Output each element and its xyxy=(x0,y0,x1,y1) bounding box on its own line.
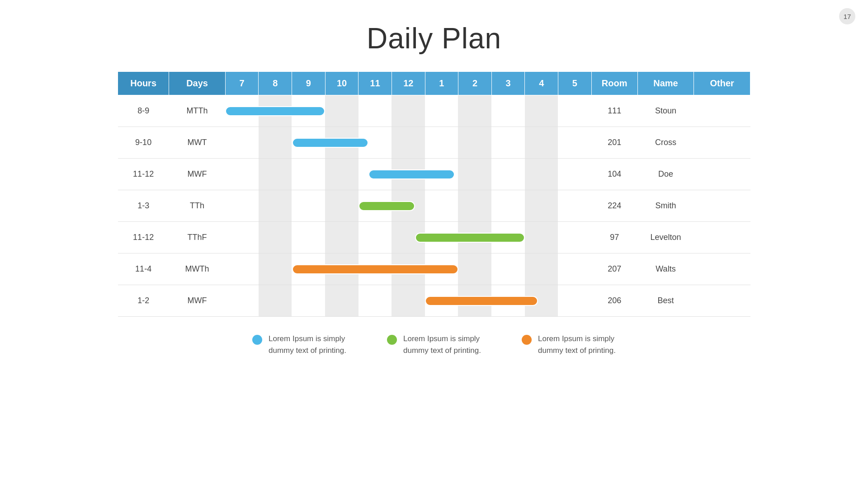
col-2-header: 2 xyxy=(458,72,492,95)
legend-dot-orange xyxy=(522,335,532,345)
bar-cell xyxy=(225,159,591,190)
col-12-header: 12 xyxy=(392,72,425,95)
col-10-header: 10 xyxy=(325,72,359,95)
hours-cell: 9-10 xyxy=(118,127,169,159)
legend-dot-blue xyxy=(252,335,262,345)
other-cell xyxy=(694,222,750,253)
days-cell: MWT xyxy=(169,127,226,159)
table-row: 8-9MTTh111Stoun xyxy=(118,95,750,127)
room-cell: 97 xyxy=(591,222,637,253)
days-cell: MWTh xyxy=(169,253,226,285)
bar-cell xyxy=(225,190,591,222)
table-row: 11-12TThF97Levelton xyxy=(118,222,750,253)
bar-cell xyxy=(225,253,591,285)
schedule-bar xyxy=(292,138,368,148)
col-3-header: 3 xyxy=(491,72,525,95)
name-cell: Stoun xyxy=(637,95,694,127)
name-cell: Doe xyxy=(637,159,694,190)
legend-dot-green xyxy=(387,335,397,345)
hours-cell: 11-12 xyxy=(118,159,169,190)
col-hours-header: Hours xyxy=(118,72,169,95)
name-cell: Levelton xyxy=(637,222,694,253)
table-row: 9-10MWT201Cross xyxy=(118,127,750,159)
legend-text-blue: Lorem Ipsum is simply dummy text of prin… xyxy=(269,333,346,356)
col-4-header: 4 xyxy=(525,72,558,95)
days-cell: TTh xyxy=(169,190,226,222)
legend-text-orange: Lorem Ipsum is simply dummy text of prin… xyxy=(538,333,616,356)
schedule-bar xyxy=(368,169,455,179)
table-row: 1-3TTh224Smith xyxy=(118,190,750,222)
legend-item-orange: Lorem Ipsum is simply dummy text of prin… xyxy=(522,333,616,356)
bar-cell xyxy=(225,222,591,253)
other-cell xyxy=(694,285,750,317)
days-cell: MWF xyxy=(169,159,226,190)
col-days-header: Days xyxy=(169,72,226,95)
other-cell xyxy=(694,159,750,190)
name-cell: Smith xyxy=(637,190,694,222)
room-cell: 104 xyxy=(591,159,637,190)
page-title: Daily Plan xyxy=(0,22,868,55)
col-room-header: Room xyxy=(591,72,637,95)
bar-cell xyxy=(225,127,591,159)
legend-item-blue: Lorem Ipsum is simply dummy text of prin… xyxy=(252,333,346,356)
hours-cell: 1-2 xyxy=(118,285,169,317)
col-5-header: 5 xyxy=(558,72,592,95)
col-7-header: 7 xyxy=(225,72,259,95)
schedule-table: Hours Days 7 8 9 10 11 12 1 2 3 4 5 Room… xyxy=(118,71,750,317)
room-cell: 206 xyxy=(591,285,637,317)
hours-cell: 11-4 xyxy=(118,253,169,285)
room-cell: 224 xyxy=(591,190,637,222)
days-cell: MWF xyxy=(169,285,226,317)
bar-cell xyxy=(225,95,591,127)
hours-cell: 11-12 xyxy=(118,222,169,253)
other-cell xyxy=(694,95,750,127)
room-cell: 111 xyxy=(591,95,637,127)
hours-cell: 1-3 xyxy=(118,190,169,222)
col-9-header: 9 xyxy=(292,72,326,95)
table-row: 11-12MWF104Doe xyxy=(118,159,750,190)
hours-cell: 8-9 xyxy=(118,95,169,127)
legend: Lorem Ipsum is simply dummy text of prin… xyxy=(0,333,868,356)
schedule-bar xyxy=(359,201,415,211)
other-cell xyxy=(694,253,750,285)
col-8-header: 8 xyxy=(259,72,292,95)
table-row: 11-4MWTh207Walts xyxy=(118,253,750,285)
col-name-header: Name xyxy=(637,72,694,95)
room-cell: 207 xyxy=(591,253,637,285)
room-cell: 201 xyxy=(591,127,637,159)
legend-item-green: Lorem Ipsum is simply dummy text of prin… xyxy=(387,333,481,356)
other-cell xyxy=(694,127,750,159)
schedule-bar xyxy=(425,296,538,306)
other-cell xyxy=(694,190,750,222)
legend-text-green: Lorem Ipsum is simply dummy text of prin… xyxy=(403,333,481,356)
schedule-bar xyxy=(292,264,458,274)
schedule-bar xyxy=(415,233,525,243)
days-cell: TThF xyxy=(169,222,226,253)
name-cell: Cross xyxy=(637,127,694,159)
page-number: 17 xyxy=(839,8,855,24)
bar-cell xyxy=(225,285,591,317)
schedule-bar xyxy=(225,106,325,116)
table-header-row: Hours Days 7 8 9 10 11 12 1 2 3 4 5 Room… xyxy=(118,72,750,95)
name-cell: Best xyxy=(637,285,694,317)
col-other-header: Other xyxy=(694,72,750,95)
table-row: 1-2MWF206Best xyxy=(118,285,750,317)
col-11-header: 11 xyxy=(359,72,392,95)
days-cell: MTTh xyxy=(169,95,226,127)
name-cell: Walts xyxy=(637,253,694,285)
col-1-header: 1 xyxy=(425,72,458,95)
